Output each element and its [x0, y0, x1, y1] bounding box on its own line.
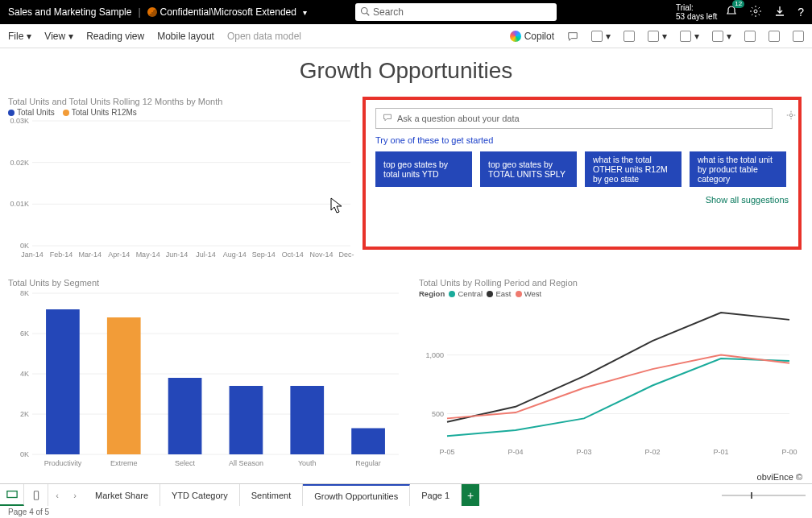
ribbon-action-3[interactable]: ▾ — [648, 31, 667, 42]
svg-text:6K: 6K — [20, 329, 29, 338]
svg-text:500: 500 — [432, 410, 444, 418]
bar-chart-units-by-segment[interactable]: Total Units by Segment 0K2K4K6K8KProduct… — [8, 278, 403, 471]
svg-rect-38 — [168, 378, 202, 454]
help-icon[interactable]: ? — [798, 6, 804, 19]
open-data-model-button[interactable]: Open data model — [227, 31, 301, 42]
legend-dot-blue — [8, 110, 14, 116]
svg-text:0.01K: 0.01K — [10, 200, 29, 208]
qna-suggestion-1[interactable]: top geo states by total units YTD — [375, 151, 472, 187]
search-input[interactable]: Search — [355, 3, 557, 21]
page-title: Growth Opportunities — [8, 58, 804, 84]
svg-point-2 — [754, 10, 757, 13]
chart2-svg: 0K2K4K6K8KProductivityExtremeSelectAll S… — [8, 289, 403, 470]
svg-point-23 — [789, 114, 793, 117]
ribbon-action-5[interactable]: ▾ — [712, 31, 731, 42]
svg-rect-34 — [46, 309, 80, 454]
svg-text:Regular: Regular — [355, 459, 381, 467]
chat-icon[interactable] — [567, 31, 578, 42]
svg-text:Sep-14: Sep-14 — [252, 251, 276, 259]
svg-text:All Season: All Season — [229, 459, 263, 467]
qna-hint: Try one of these to get started — [375, 135, 789, 145]
svg-rect-44 — [351, 429, 385, 455]
qna-visual[interactable]: Ask a question about your data Try one o… — [362, 97, 802, 250]
chart2-title: Total Units by Segment — [8, 278, 403, 288]
page-indicator: Page 4 of 5 — [8, 508, 49, 516]
ribbon-action-2[interactable] — [624, 31, 635, 42]
ribbon-toolbar: File▾ View▾ Reading view Mobile layout O… — [0, 24, 812, 48]
search-icon — [360, 6, 370, 19]
chart3-legend: Region Central East West — [419, 289, 798, 298]
ribbon-action-6[interactable] — [744, 31, 756, 42]
line-chart-units-by-month[interactable]: Total Units and Total Units Rolling 12 M… — [8, 97, 354, 266]
ribbon-action-7[interactable] — [768, 31, 780, 42]
qna-suggestion-4[interactable]: what is the total unit by product table … — [690, 151, 786, 187]
legend-dot-black — [487, 291, 493, 297]
legend-dot-orange — [63, 110, 69, 116]
zoom-slider[interactable] — [715, 484, 812, 506]
notifications-icon[interactable]: 12 — [725, 5, 738, 20]
svg-text:Apr-14: Apr-14 — [108, 251, 130, 259]
svg-text:0.02K: 0.02K — [10, 159, 29, 167]
copilot-button[interactable]: Copilot — [510, 31, 554, 42]
svg-text:P-04: P-04 — [508, 448, 523, 456]
svg-text:Extreme: Extreme — [110, 459, 138, 467]
desktop-layout-icon[interactable] — [0, 484, 24, 506]
svg-text:Feb-14: Feb-14 — [50, 251, 73, 259]
reading-view-button[interactable]: Reading view — [86, 31, 144, 42]
svg-text:P-05: P-05 — [439, 448, 454, 456]
add-page-button[interactable]: + — [462, 484, 479, 506]
chart1-svg: 0K0.01K0.02K0.03KJan-14Feb-14Mar-14Apr-1… — [8, 117, 354, 262]
chat-bubble-icon — [383, 113, 392, 124]
show-all-suggestions-link[interactable]: Show all suggestions — [375, 195, 789, 205]
svg-text:0K: 0K — [20, 242, 29, 250]
svg-text:Youth: Youth — [298, 459, 317, 467]
svg-text:2K: 2K — [20, 410, 29, 418]
sensitivity-label[interactable]: Confidential\Microsoft Extended ▾ — [147, 6, 307, 18]
svg-text:Jun-14: Jun-14 — [166, 251, 188, 259]
tab-next-icon[interactable]: › — [66, 484, 84, 506]
sensitivity-icon — [147, 7, 157, 17]
chevron-down-icon: ▾ — [303, 8, 307, 17]
svg-text:0K: 0K — [20, 450, 29, 458]
ribbon-action-8[interactable] — [793, 31, 804, 42]
svg-text:P-01: P-01 — [713, 448, 728, 456]
search-placeholder: Search — [373, 6, 404, 18]
page-tabs: ‹ › Market Share YTD Category Sentiment … — [0, 483, 812, 506]
qna-settings-icon[interactable] — [785, 110, 797, 123]
svg-rect-40 — [230, 386, 263, 454]
ribbon-action-1[interactable]: ▾ — [591, 31, 611, 42]
svg-text:Jan-14: Jan-14 — [21, 251, 44, 259]
svg-text:May-14: May-14 — [136, 251, 160, 259]
chart3-svg: 5001,000P-05P-04P-03P-02P-01P-00 — [419, 298, 798, 459]
svg-text:1,000: 1,000 — [425, 351, 444, 359]
file-menu[interactable]: File▾ — [8, 31, 31, 42]
download-icon[interactable] — [773, 5, 786, 20]
mobile-layout-icon[interactable] — [24, 484, 48, 506]
tab-market-share[interactable]: Market Share — [84, 484, 160, 506]
svg-text:Dec-14: Dec-14 — [338, 251, 354, 259]
svg-text:4K: 4K — [20, 370, 29, 378]
svg-text:Oct-14: Oct-14 — [282, 251, 304, 259]
notification-badge: 12 — [732, 0, 744, 8]
ribbon-action-4[interactable]: ▾ — [680, 31, 699, 42]
qna-input[interactable]: Ask a question about your data — [375, 108, 773, 129]
svg-text:Productivity: Productivity — [44, 459, 82, 467]
mobile-layout-button[interactable]: Mobile layout — [157, 31, 214, 42]
qna-suggestion-3[interactable]: what is the total OTHER units R12M by ge… — [585, 151, 682, 187]
svg-rect-42 — [290, 386, 324, 454]
tab-growth-opportunities[interactable]: Growth Opportunities — [303, 484, 410, 506]
svg-text:8K: 8K — [20, 289, 29, 297]
legend-dot-red — [516, 291, 522, 297]
qna-suggestion-2[interactable]: top geo states by TOTAL UNITS SPLY — [480, 151, 577, 187]
settings-icon[interactable] — [749, 5, 762, 20]
line-chart-units-by-region[interactable]: Total Units by Rolling Period and Region… — [419, 278, 798, 471]
trial-status[interactable]: Trial: 53 days left — [676, 3, 717, 21]
tab-page-1[interactable]: Page 1 — [410, 484, 462, 506]
svg-point-0 — [361, 7, 367, 14]
qna-suggestions: top geo states by total units YTD top ge… — [375, 151, 789, 187]
tab-sentiment[interactable]: Sentiment — [240, 484, 304, 506]
view-menu[interactable]: View▾ — [44, 31, 73, 42]
tab-prev-icon[interactable]: ‹ — [48, 484, 66, 506]
tab-ytd-category[interactable]: YTD Category — [160, 484, 240, 506]
report-canvas: Growth Opportunities Total Units and Tot… — [0, 48, 812, 483]
